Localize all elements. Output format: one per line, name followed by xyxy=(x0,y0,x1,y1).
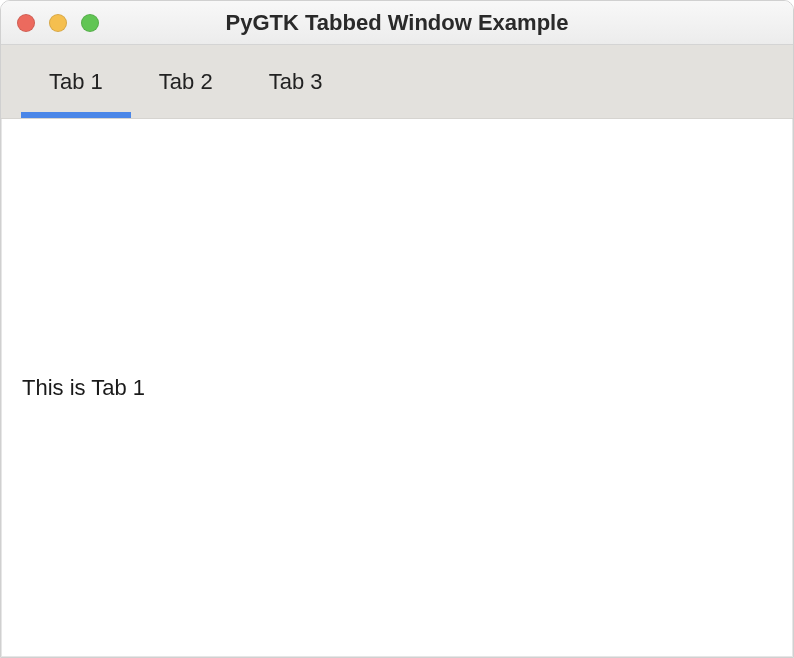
window-title: PyGTK Tabbed Window Example xyxy=(1,10,793,36)
tab-3[interactable]: Tab 3 xyxy=(241,45,351,118)
minimize-icon[interactable] xyxy=(49,14,67,32)
close-icon[interactable] xyxy=(17,14,35,32)
tab-label: Tab 1 xyxy=(49,69,103,95)
titlebar: PyGTK Tabbed Window Example xyxy=(1,1,793,45)
app-window: PyGTK Tabbed Window Example Tab 1 Tab 2 … xyxy=(0,0,794,658)
tab-content: This is Tab 1 xyxy=(1,119,793,657)
tab-label: Tab 2 xyxy=(159,69,213,95)
window-controls xyxy=(1,14,99,32)
maximize-icon[interactable] xyxy=(81,14,99,32)
tab-2[interactable]: Tab 2 xyxy=(131,45,241,118)
tab-1[interactable]: Tab 1 xyxy=(21,45,131,118)
tab-bar: Tab 1 Tab 2 Tab 3 xyxy=(1,45,793,119)
tab-label: Tab 3 xyxy=(269,69,323,95)
content-text: This is Tab 1 xyxy=(22,375,145,401)
